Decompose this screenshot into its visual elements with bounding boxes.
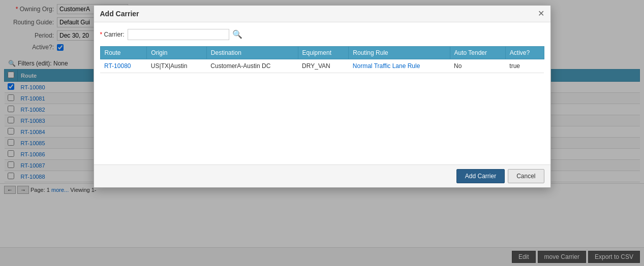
carrier-field-label: * Carrier: <box>100 31 125 38</box>
modal-header: Add Carrier ✕ <box>94 6 550 22</box>
carrier-results-table: RouteOriginDestinationEquipmentRouting R… <box>100 46 544 73</box>
page-background: * Owning Org: Routing Guide: Period: Act… <box>0 0 644 266</box>
modal-table-row: RT-10080 US|TX|Austin CustomerA-Austin D… <box>100 59 544 73</box>
carrier-field-row: * Carrier: 🔍 <box>100 28 544 40</box>
add-carrier-button[interactable]: Add Carrier <box>456 169 505 183</box>
modal-col-header: Origin <box>147 47 206 59</box>
carrier-search-button[interactable]: 🔍 <box>231 28 243 40</box>
modal-overlay: Add Carrier ✕ * Carrier: 🔍 RouteOriginDe… <box>0 0 644 266</box>
modal-auto-tender: No <box>450 59 505 73</box>
modal-col-header: Routing Rule <box>349 47 450 59</box>
search-icon: 🔍 <box>232 30 242 39</box>
add-carrier-modal: Add Carrier ✕ * Carrier: 🔍 RouteOriginDe… <box>94 5 551 188</box>
modal-col-header: Equipment <box>298 47 349 59</box>
modal-routing-rule[interactable]: Normal Traffic Lane Rule <box>349 59 450 73</box>
modal-close-button[interactable]: ✕ <box>538 10 544 18</box>
carrier-input[interactable] <box>128 29 229 40</box>
modal-col-header: Route <box>100 47 147 59</box>
cancel-button[interactable]: Cancel <box>508 169 544 183</box>
modal-body: * Carrier: 🔍 RouteOriginDestinationEquip… <box>94 22 550 164</box>
modal-col-header: Auto Tender <box>450 47 505 59</box>
modal-footer: Add Carrier Cancel <box>94 164 550 187</box>
modal-col-header: Destination <box>206 47 298 59</box>
modal-route[interactable]: RT-10080 <box>100 59 147 73</box>
modal-destination: CustomerA-Austin DC <box>206 59 298 73</box>
modal-equipment: DRY_VAN <box>298 59 349 73</box>
modal-title: Add Carrier <box>100 10 139 18</box>
modal-origin: US|TX|Austin <box>147 59 206 73</box>
modal-active: true <box>505 59 544 73</box>
modal-col-header: Active? <box>505 47 544 59</box>
